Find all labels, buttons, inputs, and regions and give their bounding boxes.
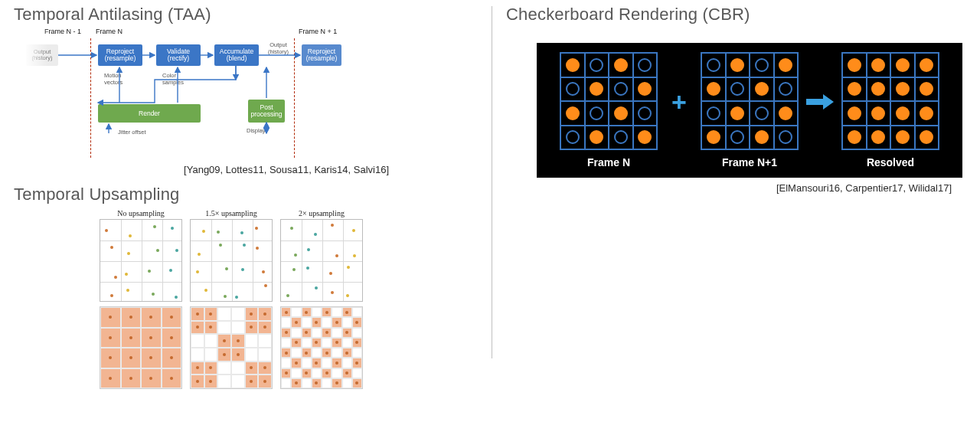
tile-cell <box>332 338 341 348</box>
tile-cell <box>245 321 259 335</box>
scatter-dot-icon <box>202 230 205 233</box>
tile-cell <box>258 361 272 375</box>
tile-dot-icon <box>285 311 288 314</box>
taa-title: Temporal Antilasing (TAA) <box>14 5 481 25</box>
tile-dot-icon <box>149 356 152 359</box>
scatter-dot-icon <box>290 227 293 230</box>
tile-dot-icon <box>285 371 288 375</box>
tile-cell <box>217 348 231 361</box>
tile-dot-icon <box>325 352 328 355</box>
tile-cell <box>352 358 362 368</box>
cbr-frame-n1: Frame N+1 <box>701 52 799 168</box>
upsamp-col: 1.5× upsampling <box>188 209 274 389</box>
tile-cell <box>312 368 322 378</box>
cbr-citation: [ElMansouri16, Carpentier17, Wilidal17] <box>506 182 952 194</box>
cbr-dot-icon <box>779 58 792 72</box>
scatter-dot-icon <box>196 270 199 273</box>
cbr-resolved: Resolved <box>841 52 939 168</box>
cbr-cell <box>867 101 891 126</box>
cbr-cell <box>842 53 867 77</box>
tile-cell <box>141 328 162 348</box>
scatter-dot-icon <box>175 249 178 252</box>
tile-cell <box>342 348 352 358</box>
scatter-dot-icon <box>217 231 220 234</box>
tile-cell <box>258 307 272 321</box>
cbr-dot-icon <box>638 58 652 72</box>
scatter-dot-icon <box>110 246 113 249</box>
scatter-dot-icon <box>175 296 178 299</box>
cbr-cell <box>890 53 915 77</box>
cbr-dot-icon <box>707 130 720 144</box>
tile-cell <box>302 317 312 327</box>
tile-dot-icon <box>209 366 212 369</box>
tile-dot-icon <box>355 321 358 324</box>
tile-cell <box>162 368 182 389</box>
cbr-dot-icon <box>920 106 933 120</box>
tile-cell <box>291 378 301 388</box>
cbr-dot-icon <box>590 106 603 120</box>
tile-dot-icon <box>109 316 112 319</box>
tile-cell <box>322 328 332 338</box>
cbr-dot-icon <box>707 82 720 96</box>
cbr-dot-icon <box>871 130 885 144</box>
tile-dot-icon <box>250 312 253 316</box>
tile-cell <box>322 358 332 368</box>
tile-cell <box>291 358 301 368</box>
tile-cell <box>322 307 332 317</box>
tile-cell <box>141 348 162 368</box>
tile-cell <box>191 307 204 321</box>
cbr-dot-icon <box>755 106 769 120</box>
tile-cell <box>258 334 272 348</box>
cbr-cell <box>633 77 658 102</box>
scatter-dot-icon <box>262 270 265 273</box>
scatter-dot-icon <box>347 266 350 269</box>
cbr-dot-icon <box>848 130 861 144</box>
tile-cell <box>302 378 312 388</box>
tile-cell <box>100 368 121 389</box>
cbr-cell <box>915 77 939 102</box>
tile-cell <box>191 321 204 335</box>
taa-citation: [Yang09, Lottes11, Sousa11, Karis14, Sal… <box>14 164 389 175</box>
scatter-dot-icon <box>148 270 151 273</box>
tile-dot-icon <box>355 361 358 365</box>
tile-dot-icon <box>305 311 308 314</box>
tile-dot-icon <box>345 331 348 334</box>
tile-cell <box>141 307 162 328</box>
tile-dot-icon <box>295 361 298 365</box>
scatter-dot-icon <box>352 229 355 232</box>
tile-dot-icon <box>345 352 348 355</box>
scatter-dot-icon <box>156 249 159 252</box>
right-column: Checkerboard Rendering (CBR) Frame N + F… <box>492 0 979 422</box>
cbr-cell <box>915 53 939 77</box>
scatter-dot-icon <box>169 269 172 272</box>
scatter-dot-icon <box>240 231 243 234</box>
tile-dot-icon <box>196 380 199 383</box>
cbr-dot-icon <box>896 130 910 144</box>
scatter-dot-icon <box>256 247 259 250</box>
cbr-label-n1: Frame N+1 <box>722 156 777 168</box>
tile-cell <box>322 378 332 388</box>
cbr-dot-icon <box>566 130 580 144</box>
tile-cell <box>342 307 352 317</box>
tile-dot-icon <box>285 331 288 334</box>
tile-cell <box>332 317 341 327</box>
tile-cell <box>245 375 259 388</box>
tile-cell <box>204 307 218 321</box>
fade-right-icon <box>377 29 424 159</box>
tile-cell <box>141 368 162 389</box>
tile-dot-icon <box>345 311 348 314</box>
tile-cell <box>312 348 322 358</box>
tile-dot-icon <box>355 341 358 344</box>
scatter-dot-icon <box>286 294 289 297</box>
tile-cell <box>162 348 182 368</box>
tile-cell <box>245 307 259 321</box>
cbr-cell <box>560 53 585 77</box>
tile-dot-icon <box>295 321 298 324</box>
tile-dot-icon <box>196 312 199 316</box>
tile-cell <box>342 338 352 348</box>
cbr-cell <box>774 53 799 77</box>
cbr-dot-icon <box>614 58 628 72</box>
tile-cell <box>302 368 312 378</box>
scatter-dot-icon <box>264 284 267 287</box>
scatter-dot-icon <box>198 253 201 256</box>
